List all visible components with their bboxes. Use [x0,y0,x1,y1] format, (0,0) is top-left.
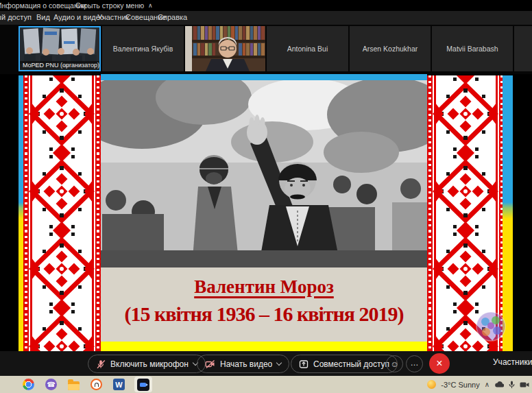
slide-bottom-yellow-band [101,342,427,351]
menu-help[interactable]: Справка [158,13,187,21]
slide-subtitle: (15 квітня 1936 – 16 квітня 2019) [101,302,427,326]
weather-text[interactable]: -3°C Sunny [441,381,479,389]
participant-name: Arsen Kozhukhar [350,26,431,71]
start-video-label: Начать видео [220,359,272,369]
participant-tile-matvii[interactable]: Matvii Barabash [432,26,513,71]
participant-tile-partial[interactable] [514,26,532,71]
zoom-app-icon[interactable] [136,378,149,391]
participant-tile-arsen[interactable]: Arsen Kozhukhar [350,26,431,71]
slide-center: Валентин Мороз (15 квітня 1936 – 16 квіт… [101,74,427,351]
participant-name: Matvii Barabash [432,26,513,71]
participant-name: Antonina Bui [267,26,348,71]
chrome-icon[interactable] [22,378,35,391]
flag-stripe-right [503,75,513,351]
windows-taskbar: ☎ W -3°C Sunny ∧ [0,376,532,393]
participant-tile-valentyna[interactable]: Валентина Якубів [102,26,184,71]
word-icon[interactable]: W [112,378,125,391]
file-explorer-icon[interactable] [67,378,80,391]
weather-sun-icon[interactable] [427,380,436,389]
slide-top-blue-band [101,74,427,80]
openvpn-icon[interactable] [90,378,103,391]
hide-menu-button[interactable]: Скрыть строку меню ∧ [75,1,153,10]
ellipsis-icon: … [411,358,419,368]
smiley-icon: ☺ [390,359,398,369]
menu-share[interactable]: Совместный доступ [0,13,32,21]
system-tray: -3°C Sunny ∧ [427,376,532,393]
participant-name-badge: MoPED PNU (организатор) [20,61,99,70]
reactions-button[interactable]: ☺ [386,355,403,372]
share-screen-icon [299,359,309,369]
menu-audio-video[interactable]: Аудио и видео [53,13,104,21]
unmute-button[interactable]: Включить микрофон [88,355,206,373]
meeting-info-button[interactable]: Информация о совещании [0,1,86,10]
participant-tile-speaker-video[interactable] [185,26,265,71]
mic-muted-icon [96,359,106,369]
participants-label: Участники [493,357,532,367]
viber-icon[interactable]: ☎ [45,378,58,391]
share-screen-button[interactable]: Совместный доступ [291,355,398,373]
participant-tile-moped-pnu[interactable]: MoPED PNU (организатор) [19,26,101,71]
hide-menu-label: Скрыть строку меню [75,1,144,10]
more-options-button[interactable]: … [406,355,423,372]
leave-meeting-button[interactable]: × [429,353,450,374]
tray-chevron-up-icon[interactable]: ∧ [485,381,489,388]
close-icon: × [436,357,442,370]
embroidery-border-left [23,75,101,351]
moroz-photo [101,80,427,267]
chevron-down-icon[interactable] [276,360,282,366]
tray-microphone-icon[interactable] [509,381,515,389]
start-video-button[interactable]: Начать видео [197,355,289,373]
meeting-titlebar: Информация о совещании Скрыть строку мен… [0,0,532,11]
slide-title-area: Валентин Мороз (15 квітня 1936 – 16 квіт… [101,267,427,342]
participant-name: MoPED PNU (организатор) [23,62,99,69]
menu-participant[interactable]: Участник [97,13,129,21]
video-off-icon [205,359,215,369]
slide-title: Валентин Мороз [101,276,427,298]
participants-strip: MoPED PNU (организатор) Валентина Якубів [0,25,532,74]
onedrive-cloud-icon[interactable] [494,381,504,388]
flag-stripe-left [19,75,23,351]
participant-tile-antonina[interactable]: Antonina Bui [267,26,348,71]
shared-screen-stage: Валентин Мороз (15 квітня 1936 – 16 квіт… [0,74,532,351]
app-menubar: Совместный доступ Вид Аудио и видео Учас… [0,11,532,25]
tray-camera-icon[interactable] [520,381,529,388]
participant-name: Валентина Якубів [102,26,184,71]
zoom-meeting-window: Информация о совещании Скрыть строку мен… [0,0,532,393]
share-screen-label: Совместный доступ [313,359,389,369]
participants-panel-button[interactable]: Участники [489,357,532,367]
colorful-sticker-overlay [476,311,506,342]
meeting-control-bar: Включить микрофон Начать видео Совместны… [0,351,532,376]
menu-view[interactable]: Вид [36,13,50,21]
unmute-label: Включить микрофон [110,359,189,369]
chevron-up-icon: ∧ [148,2,153,9]
bookshelf-video [185,26,265,71]
embroidery-border-right [427,75,503,351]
